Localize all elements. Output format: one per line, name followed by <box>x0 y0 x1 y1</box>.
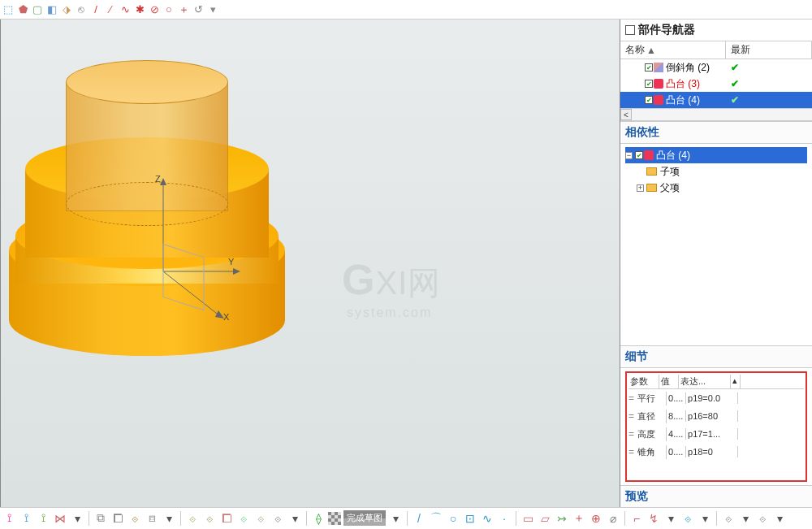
viewport-3d[interactable]: Z Y X GXI网 system.com <box>0 20 620 507</box>
toolbar-icon[interactable]: ⧈ <box>145 511 159 526</box>
dropdown-icon[interactable]: ▾ <box>162 511 176 526</box>
toolbar-icon[interactable]: ⁄ <box>104 3 117 16</box>
checkbox-icon[interactable]: ✔ <box>635 151 643 159</box>
toolbar-icon[interactable]: ⟐ <box>253 511 268 526</box>
toolbar-icon[interactable]: ▢ <box>31 3 44 16</box>
toolbar-icon[interactable]: ⬚ <box>2 3 15 16</box>
col-latest[interactable]: 最新 <box>726 41 812 59</box>
scroll-left-icon[interactable]: < <box>620 109 632 120</box>
toolbar-icon[interactable]: ↺ <box>192 3 205 16</box>
collapse-icon[interactable]: − <box>625 152 633 159</box>
toolbar-icon[interactable]: ⧠ <box>219 511 234 526</box>
toolbar-icon[interactable]: ⟟ <box>2 511 16 526</box>
detail-row[interactable]: =直径8....p16=80 <box>628 407 804 425</box>
toolbar-icon[interactable]: ⟐ <box>755 511 770 526</box>
toolbar-icon[interactable]: ◧ <box>45 3 58 16</box>
boss-icon <box>644 150 654 160</box>
expand-icon[interactable]: + <box>637 184 644 192</box>
dropdown-icon[interactable]: ▾ <box>70 511 84 526</box>
toolbar-icon[interactable]: ▱ <box>538 511 552 526</box>
toolbar-icon[interactable]: ⟐ <box>680 511 695 526</box>
toolbar-icon[interactable]: ⟟ <box>19 511 33 526</box>
feature-row-chamfer[interactable]: ✔倒斜角 (2) ✔ <box>620 59 812 76</box>
svg-marker-4 <box>233 268 240 275</box>
toolbar-icon[interactable]: / <box>89 3 102 16</box>
toolbar-icon[interactable]: ⟐ <box>721 511 736 526</box>
feature-row-boss-3[interactable]: ✔凸台 (3) ✔ <box>620 76 812 92</box>
circle-icon[interactable]: ○ <box>446 511 460 526</box>
line-icon[interactable]: / <box>412 511 426 526</box>
toolbar-icon[interactable]: ⟐ <box>202 511 217 526</box>
detail-row[interactable]: =高度4....p17=1... <box>628 425 804 443</box>
toolbar-icon[interactable]: ⊕ <box>589 511 603 526</box>
col-param[interactable]: 参数 <box>628 375 659 388</box>
toolbar-icon[interactable]: ⬟ <box>16 3 29 16</box>
col-name[interactable]: 名称▲ <box>620 41 726 59</box>
point-icon[interactable]: · <box>497 511 512 526</box>
toolbar-icon[interactable]: ⟠ <box>311 511 326 526</box>
toolbar-icon[interactable]: ▾ <box>206 3 219 16</box>
detail-section-title: 细节 <box>620 345 812 368</box>
detail-row[interactable]: =锥角0....p18=0 <box>628 443 804 461</box>
detail-grid: 参数 值 表达... ▴ =平行0....p19=0.0 =直径8....p16… <box>628 375 804 479</box>
toolbar-icon[interactable]: ⟟ <box>36 511 50 526</box>
arc-icon[interactable]: ⌒ <box>429 511 443 526</box>
toolbar-icon[interactable]: ○ <box>162 3 175 16</box>
model-3d <box>9 60 285 377</box>
fillet-icon[interactable]: ⌐ <box>629 511 644 526</box>
toolbar-icon[interactable]: ✱ <box>133 3 146 16</box>
dropdown-icon[interactable]: ▾ <box>698 511 712 526</box>
folder-icon <box>646 167 657 176</box>
toolbar-icon[interactable]: ⋈ <box>53 511 67 526</box>
toolbar-icon[interactable]: ⧠ <box>110 511 125 526</box>
plus-icon[interactable]: ＋ <box>572 511 586 526</box>
dep-parent[interactable]: + 父项 <box>625 180 807 196</box>
dropdown-icon[interactable]: ▾ <box>772 511 787 526</box>
dep-root[interactable]: − ✔ 凸台 (4) <box>625 147 807 163</box>
part-navigator-panel: 部件导航器 名称▲ 最新 ✔倒斜角 (2) ✔ ✔凸台 (3) ✔ ✔凸台 (4… <box>620 20 812 507</box>
svg-marker-7 <box>215 310 224 319</box>
svg-text:Z: Z <box>155 174 161 184</box>
checker-icon[interactable] <box>328 512 341 525</box>
toolbar-icon[interactable]: ⧉ <box>93 511 108 526</box>
checkbox-icon[interactable]: ✔ <box>645 96 653 104</box>
toolbar-icon[interactable]: ∿ <box>119 3 132 16</box>
feature-row-boss-4[interactable]: ✔凸台 (4) ✔ <box>620 92 812 108</box>
toolbar-icon[interactable]: ⟐ <box>127 511 142 526</box>
finish-sketch-button[interactable]: 完成草图 <box>343 510 386 526</box>
dep-children[interactable]: 子项 <box>625 163 807 180</box>
trim-icon[interactable]: ↯ <box>646 511 661 526</box>
sort-desc-icon[interactable]: ▴ <box>731 375 741 388</box>
detail-row[interactable]: =平行0....p19=0.0 <box>628 389 804 407</box>
dropdown-icon[interactable]: ▾ <box>663 511 678 526</box>
dropdown-icon[interactable]: ▾ <box>388 511 403 526</box>
toolbar-icon[interactable]: ⟐ <box>185 511 200 526</box>
toolbar-icon[interactable]: ⊡ <box>463 511 477 526</box>
toolbar-icon[interactable]: ⟐ <box>270 511 285 526</box>
toolbar-icon[interactable]: ⊘ <box>148 3 161 16</box>
toolbar-icon[interactable]: ⌀ <box>606 511 620 526</box>
checkbox-icon[interactable]: ✔ <box>645 63 653 72</box>
toolbar-icon[interactable]: ⬗ <box>60 3 73 16</box>
nav-grid-header: 名称▲ 最新 <box>620 41 812 59</box>
dropdown-icon[interactable]: ▾ <box>738 511 753 526</box>
rect-icon[interactable]: ▭ <box>520 511 535 526</box>
folder-icon <box>646 184 657 192</box>
checkbox-icon[interactable]: ✔ <box>645 80 653 88</box>
detail-highlight-box: 参数 值 表达... ▴ =平行0....p19=0.0 =直径8....p16… <box>625 371 807 482</box>
dependency-section-title: 相依性 <box>620 121 812 144</box>
toolbar-icon[interactable]: ⟐ <box>236 511 251 526</box>
toolbar-icon[interactable]: ＋ <box>177 3 190 16</box>
dropdown-icon[interactable]: ▾ <box>287 511 302 526</box>
toolbar-icon[interactable]: ↣ <box>555 511 569 526</box>
boss-icon <box>654 79 663 89</box>
col-expr[interactable]: 表达... <box>679 375 731 388</box>
col-value[interactable]: 值 <box>659 375 679 388</box>
spline-icon[interactable]: ∿ <box>480 511 495 526</box>
axis-gizmo: Z Y X <box>147 174 261 353</box>
toolbar-icon[interactable]: ⎋ <box>75 3 88 16</box>
sort-asc-icon: ▲ <box>646 45 656 56</box>
top-toolbar: ⬚ ⬟ ▢ ◧ ⬗ ⎋ / ⁄ ∿ ✱ ⊘ ○ ＋ ↺ ▾ <box>0 0 812 20</box>
svg-rect-9 <box>163 244 204 310</box>
svg-line-6 <box>163 271 220 316</box>
